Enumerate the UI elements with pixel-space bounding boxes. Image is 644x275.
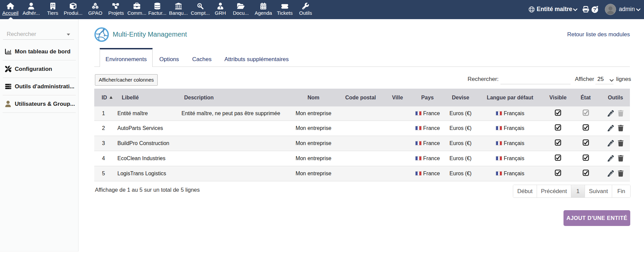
svg-text:?: ?	[593, 7, 596, 12]
svg-text:$: $	[199, 4, 201, 7]
